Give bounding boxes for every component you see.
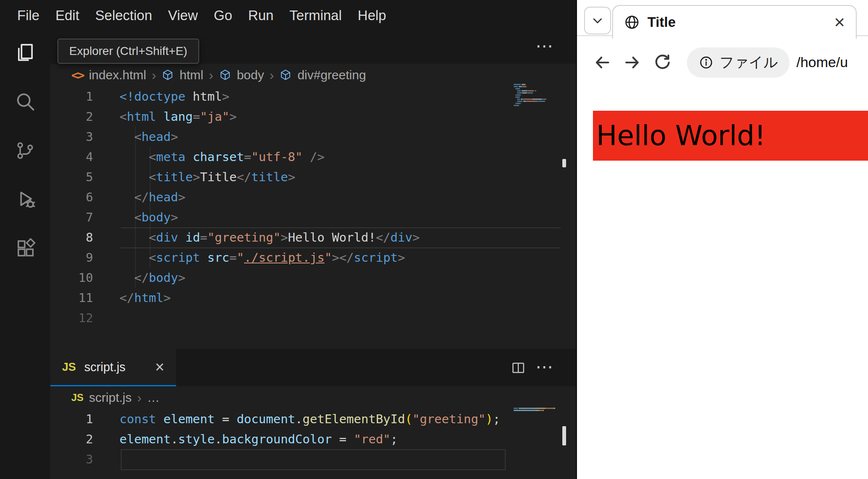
menu-file[interactable]: File [9, 8, 47, 23]
code-line-7[interactable]: 7 <body> [50, 207, 576, 227]
code-line-11[interactable]: 11</html> [50, 288, 576, 308]
symbol-cube-icon [219, 69, 231, 81]
search-icon[interactable] [0, 81, 50, 122]
tab-label: script.js [84, 360, 125, 374]
symbol-cube-icon [161, 69, 174, 81]
breadcrumb: <> index.html › html› body› div#greeting [50, 64, 576, 86]
line-number: 1 [50, 409, 93, 429]
menu-view[interactable]: View [160, 8, 206, 23]
line-number: 6 [50, 187, 93, 207]
browser-page: Hello World! [577, 88, 868, 479]
url-security-chip[interactable]: ファイル [687, 47, 790, 78]
line-number: 8 [50, 227, 93, 247]
tab-close-icon[interactable]: × [155, 359, 164, 375]
line-number: 3 [50, 127, 93, 147]
browser-toolbar: ファイル /home/u [577, 37, 868, 88]
tab-script-js[interactable]: JS script.js × [50, 349, 176, 386]
menu-selection[interactable]: Selection [87, 8, 160, 23]
address-bar-url[interactable]: /home/u [796, 54, 848, 70]
line-number: 12 [50, 308, 93, 328]
line-number: 11 [50, 288, 93, 308]
minimap[interactable] [514, 408, 563, 414]
browser-header: Title × [577, 0, 868, 36]
globe-favicon-icon [624, 14, 640, 30]
line-number: 2 [50, 107, 93, 127]
code-line-10[interactable]: 10 </body> [50, 268, 576, 288]
page-heading-text: Hello World! [596, 120, 766, 152]
code-line-1[interactable]: 1<!doctype html> [50, 86, 576, 107]
breadcrumb-separator: › [152, 68, 156, 83]
code-line-6[interactable]: 6 </head> [50, 187, 576, 207]
code-line-1[interactable]: 1const element = document.getElementById… [50, 409, 576, 429]
editor-html[interactable]: 1<!doctype html>2<html lang="ja">3 <head… [50, 86, 576, 328]
breadcrumb-file[interactable]: script.js [89, 390, 132, 405]
code-line-2[interactable]: 2element.style.backgroundColor = "red"; [50, 429, 576, 449]
editor-more-actions-icon[interactable]: ⋯ [535, 35, 554, 56]
symbol-cube-icon [279, 69, 292, 81]
breadcrumb-symbol[interactable]: body [237, 68, 264, 82]
code-line-4[interactable]: 4 <meta charset="utf-8" /> [50, 147, 576, 167]
vscode-window: FileEditSelectionViewGoRunTerminalHelp ⋯… [0, 0, 576, 479]
tab-overview-button[interactable] [584, 7, 611, 34]
extensions-icon[interactable] [0, 227, 50, 269]
run-and-debug-icon[interactable] [0, 178, 50, 220]
menu-bar: FileEditSelectionViewGoRunTerminalHelp [0, 0, 576, 31]
line-number: 2 [50, 429, 93, 449]
panel-more-actions-icon[interactable]: ⋯ [535, 357, 554, 377]
menu-terminal[interactable]: Terminal [281, 8, 350, 23]
code-line-2[interactable]: 2<html lang="ja"> [50, 107, 576, 127]
explorer-tooltip: Explorer (Ctrl+Shift+E) [57, 39, 199, 64]
code-line-5[interactable]: 5 <title>Title</title> [50, 167, 576, 187]
js-file-icon: JS [62, 361, 76, 374]
info-icon [699, 55, 714, 70]
breadcrumb-symbol[interactable]: html [179, 68, 203, 82]
breadcrumb-more[interactable]: … [147, 390, 160, 405]
minimap[interactable] [514, 84, 563, 109]
line-number: 10 [50, 268, 93, 288]
page-heading-bar: Hello World! [593, 111, 868, 161]
code-line-3[interactable]: 3 [50, 449, 576, 469]
js-file-icon: JS [71, 392, 83, 404]
reload-icon[interactable] [647, 47, 678, 78]
code-line-9[interactable]: 9 <script src="./script.js"></script> [50, 247, 576, 268]
overview-ruler-mark [562, 159, 566, 167]
back-icon[interactable] [587, 47, 617, 78]
menu-run[interactable]: Run [240, 8, 282, 23]
browser-tab-close-icon[interactable]: × [834, 13, 845, 31]
panel-tab-bar: JS script.js × ⋯ [50, 349, 576, 386]
line-number: 7 [50, 207, 93, 227]
breadcrumb-separator: › [137, 390, 142, 406]
line-number: 5 [50, 167, 93, 187]
breadcrumb-symbol[interactable]: div#greeting [297, 68, 366, 82]
browser-window: Title × ファイル /home/u Hello World! [576, 0, 868, 479]
code-line-3[interactable]: 3 <head> [50, 127, 576, 147]
overview-ruler-mark [562, 426, 566, 445]
breadcrumb: JS script.js › … [50, 386, 576, 409]
menu-help[interactable]: Help [350, 8, 394, 23]
code-line-12[interactable]: 12 [50, 308, 576, 328]
breadcrumb-separator: › [270, 68, 274, 83]
menu-go[interactable]: Go [206, 8, 240, 23]
explorer-icon[interactable] [0, 31, 50, 73]
chevron-down-icon [591, 14, 604, 27]
split-editor-icon[interactable] [510, 360, 526, 376]
forward-icon[interactable] [617, 47, 647, 78]
browser-tab[interactable]: Title × [612, 5, 857, 39]
indent-guide [135, 127, 136, 288]
activity-bar [0, 31, 50, 479]
editor-script-js[interactable]: 1const element = document.getElementById… [50, 409, 576, 469]
line-number: 3 [50, 449, 93, 469]
code-line-8[interactable]: 8 <div id="greeting">Hello World!</div> [50, 227, 576, 247]
html-file-icon: <> [71, 68, 83, 82]
breadcrumb-separator: › [209, 68, 213, 83]
indent-guide [150, 147, 151, 268]
line-number: 1 [50, 86, 93, 107]
line-number: 4 [50, 147, 93, 167]
browser-tab-title: Title [647, 14, 676, 30]
menu-edit[interactable]: Edit [47, 8, 87, 23]
source-control-icon[interactable] [0, 130, 50, 172]
chip-label: ファイル [720, 53, 778, 72]
breadcrumb-file[interactable]: index.html [89, 68, 146, 82]
line-number: 9 [50, 247, 93, 268]
